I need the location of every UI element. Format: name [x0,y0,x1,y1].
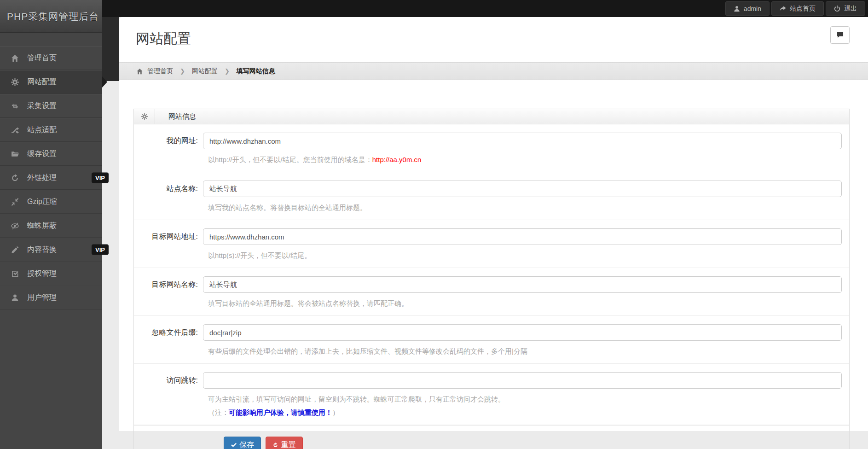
sidebar-item-label: 采集设置 [27,101,57,111]
my-url-help: 以http://开头，但不要以/结尾。您当前使用的域名是：http://aa.y… [208,155,842,164]
home-icon [136,68,143,75]
top-bar-actions: admin 站点首页 退出 [723,0,865,17]
note-prefix: （注： [208,408,229,416]
my-url-help-text: 以http://开头，但不要以/结尾。您当前使用的域名是： [208,156,372,163]
logout-label: 退出 [844,5,857,13]
vip-badge: VIP [92,173,109,183]
target-name-label: 目标网站名称: [134,280,203,290]
user-icon [10,294,19,302]
form-row-target-url: 目标网站地址: 以http(s)://开头，但不要以/结尾。 [134,220,849,268]
sidebar-item-collect-settings[interactable]: 采集设置 [0,94,102,118]
page-title: 网站配置 [136,29,854,48]
sidebar-item-label: Gzip压缩 [27,197,57,207]
power-icon [834,6,840,12]
form-row-ignore-suffix: 忽略文件后缀: 有些后缀的文件处理会出错的，请添加上去，比如压缩文件、视频文件等… [134,316,849,364]
target-url-help: 以http(s)://开头，但不要以/结尾。 [208,251,842,260]
rotate-icon [10,174,19,182]
breadcrumb-separator: ❯ [225,68,230,75]
top-bar: admin 站点首页 退出 [0,0,868,17]
user-icon [734,6,740,12]
breadcrumb-separator: ❯ [180,68,185,75]
visit-redirect-help: 可为主站引流，填写可访问的网址，留空则为不跳转。蜘蛛可正常爬取，只有正常访问才会… [208,394,842,404]
sidebar-item-label: 缓存设置 [27,149,57,159]
visit-redirect-input[interactable] [203,372,842,389]
reset-label: 重置 [281,440,296,449]
site-name-input[interactable] [203,181,842,197]
panel-header: 网站信息 [134,109,849,124]
gear-icon [10,78,19,86]
home-icon [10,54,19,62]
site-name-label: 站点名称: [134,184,203,194]
sidebar-item-label: 蜘蛛屏蔽 [27,221,57,231]
sidebar-item-admin-home[interactable]: 管理首页 [0,46,102,70]
sidebar-item-cache-settings[interactable]: 缓存设置 [0,142,102,166]
site-home-label: 站点首页 [790,5,816,13]
sidebar-item-label: 授权管理 [27,269,57,279]
compress-icon [10,198,19,206]
sidebar-item-content-replace[interactable]: 内容替换 VIP [0,238,102,262]
page-header: 网站配置 [119,17,868,62]
sidebar-menu: 管理首页 网站配置 采集设置 站点适配 缓存设置 外链处理 VIP [0,46,102,309]
folder-open-icon [10,150,19,158]
form-actions: 保存 重置 [134,425,849,449]
admin-user-button[interactable]: admin [725,1,770,16]
pencil-icon [10,246,19,254]
content-area: 网站信息 我的网址: 以http://开头，但不要以/结尾。您当前使用的域名是：… [119,80,868,431]
site-name-help: 填写我的站点名称。将替换目标站的全站通用标题。 [208,203,842,212]
breadcrumb-section[interactable]: 网站配置 [192,67,218,76]
sidebar-item-label: 站点适配 [27,125,57,135]
reset-button[interactable]: 重置 [266,437,303,449]
note-suffix: ） [332,408,339,416]
target-name-input[interactable] [203,276,842,293]
sidebar-item-label: 外链处理 [27,173,57,183]
form-row-my-url: 我的网址: 以http://开头，但不要以/结尾。您当前使用的域名是：http:… [134,124,849,172]
sidebar-item-label: 用户管理 [27,293,57,303]
panel-title: 网站信息 [155,109,196,124]
form-row-visit-redirect: 访问跳转: 可为主站引流，填写可访问的网址，留空则为不跳转。蜘蛛可正常爬取，只有… [134,364,849,425]
logout-button[interactable]: 退出 [826,1,865,16]
admin-user-label: admin [744,5,761,12]
app-logo: PHP采集网管理后台 [0,0,102,33]
sidebar-item-label: 网站配置 [27,77,57,87]
visit-redirect-label: 访问跳转: [134,376,203,385]
sidebar: PHP采集网管理后台 管理首页 网站配置 采集设置 站点适配 缓存设置 外链处理 [0,0,102,449]
feedback-button[interactable] [830,26,850,44]
save-button[interactable]: 保存 [224,437,261,449]
repeat-icon [10,102,19,110]
breadcrumb: 管理首页 ❯ 网站配置 ❯ 填写网站信息 [119,62,868,80]
site-home-button[interactable]: 站点首页 [771,1,824,16]
eye-slash-icon [10,222,19,230]
shuffle-icon [10,126,19,134]
refresh-icon [272,442,278,448]
breadcrumb-home[interactable]: 管理首页 [147,67,173,76]
form-row-target-name: 目标网站名称: 填写目标站的全站通用标题。将会被站点名称替换，请匹配正确。 [134,268,849,316]
breadcrumb-current: 填写网站信息 [237,67,275,76]
target-name-help: 填写目标站的全站通用标题。将会被站点名称替换，请匹配正确。 [208,298,842,308]
vip-badge: VIP [92,245,109,255]
target-url-input[interactable] [203,228,842,245]
warning-link[interactable]: 可能影响用户体验，请慎重使用！ [229,408,332,416]
form-row-site-name: 站点名称: 填写我的站点名称。将替换目标站的全站通用标题。 [134,172,849,220]
sidebar-item-gzip[interactable]: Gzip压缩 [0,190,102,214]
sidebar-item-user-manage[interactable]: 用户管理 [0,286,102,309]
main-area: 网站配置 管理首页 ❯ 网站配置 ❯ 填写网站信息 网站信息 我的网址: [102,0,868,449]
site-info-panel: 网站信息 我的网址: 以http://开头，但不要以/结尾。您当前使用的域名是：… [133,109,850,449]
ignore-suffix-label: 忽略文件后缀: [134,328,203,338]
my-url-input[interactable] [203,133,842,149]
target-url-label: 目标网站地址: [134,232,203,242]
my-url-label: 我的网址: [134,136,203,146]
ignore-suffix-input[interactable] [203,324,842,341]
ignore-suffix-help: 有些后缀的文件处理会出错的，请添加上去，比如压缩文件、视频文件等修改会乱码的文件… [208,346,842,356]
current-domain-link[interactable]: http://aa.y0m.cn [372,156,422,163]
gear-icon [134,109,155,124]
sidebar-item-auth-manage[interactable]: 授权管理 [0,262,102,286]
sidebar-item-spider-block[interactable]: 蜘蛛屏蔽 [0,214,102,238]
share-arrow-icon [780,6,786,12]
sidebar-item-site-adapt[interactable]: 站点适配 [0,118,102,142]
sidebar-item-label: 管理首页 [27,53,57,63]
sidebar-item-external-links[interactable]: 外链处理 VIP [0,166,102,190]
sidebar-item-label: 内容替换 [27,245,57,255]
visit-redirect-note: （注：可能影响用户体验，请慎重使用！） [208,408,842,417]
sidebar-item-site-config[interactable]: 网站配置 [0,70,102,94]
check-icon [231,442,237,448]
